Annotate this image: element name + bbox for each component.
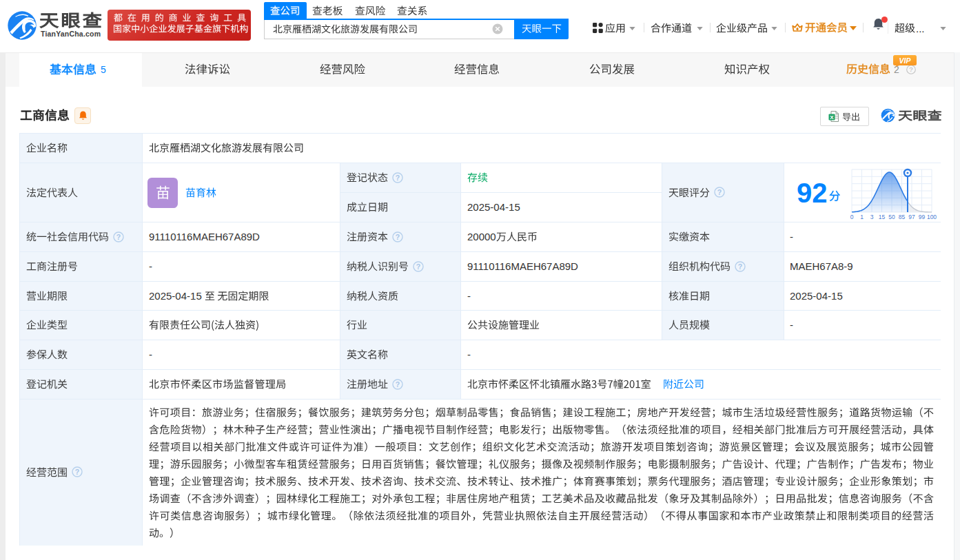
- svg-text:99: 99: [919, 214, 926, 220]
- svg-text:15: 15: [879, 214, 886, 220]
- svg-text:50: 50: [888, 214, 895, 220]
- svg-text:1: 1: [860, 214, 864, 220]
- svg-text:100: 100: [927, 214, 937, 220]
- svg-text:0: 0: [850, 214, 854, 220]
- svg-text:85: 85: [899, 214, 906, 220]
- svg-text:97: 97: [908, 214, 915, 220]
- svg-text:3: 3: [870, 214, 874, 220]
